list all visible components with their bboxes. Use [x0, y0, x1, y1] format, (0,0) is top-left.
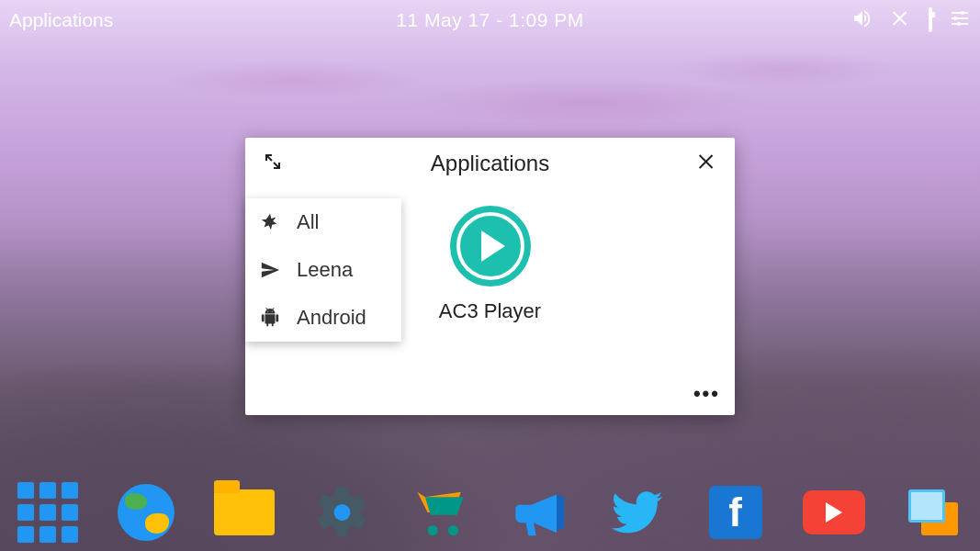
window-header: Applications — [245, 138, 735, 189]
play-circle-icon — [450, 206, 531, 287]
dock-twitter[interactable] — [606, 481, 668, 544]
dismiss-icon[interactable] — [890, 7, 912, 34]
filter-label: All — [297, 210, 319, 234]
app-label: AC3 Player — [439, 299, 541, 323]
volume-icon[interactable] — [851, 7, 873, 34]
cart-icon — [410, 481, 471, 544]
top-status-bar: Applications 11 May 17 - 1:09 PM — [0, 0, 980, 40]
applications-menu[interactable]: Applications — [9, 9, 113, 31]
filter-all[interactable]: All — [245, 198, 401, 246]
asterisk-icon — [260, 212, 280, 232]
facebook-icon: f — [709, 486, 762, 539]
send-icon — [260, 260, 280, 280]
filter-label: Android — [297, 306, 366, 330]
dock-browser[interactable] — [115, 481, 176, 544]
filter-leena[interactable]: Leena — [245, 246, 401, 294]
dock-facebook[interactable]: f — [704, 481, 766, 544]
status-tray — [851, 7, 971, 34]
battery-icon[interactable] — [929, 9, 932, 31]
fullscreen-icon[interactable] — [262, 151, 284, 176]
dock-announcements[interactable] — [508, 481, 569, 544]
dock-app-grid[interactable] — [17, 481, 78, 544]
dock-files[interactable] — [213, 481, 275, 544]
dock-multitask[interactable] — [902, 481, 963, 544]
screens-icon — [908, 489, 958, 535]
app-ac3-player[interactable]: AC3 Player — [439, 206, 541, 323]
category-dropdown: All Leena Android — [245, 198, 401, 342]
globe-icon — [118, 484, 175, 541]
sky-clouds — [0, 37, 980, 147]
gear-icon — [311, 481, 373, 544]
folder-icon — [214, 489, 275, 535]
more-icon[interactable]: ••• — [693, 382, 720, 406]
dock-settings[interactable] — [311, 481, 373, 544]
window-body: All Leena Android AC3 Player ••• — [245, 189, 735, 415]
dock-store[interactable] — [410, 481, 471, 544]
grid-icon — [17, 482, 78, 543]
svg-point-0 — [957, 22, 961, 26]
settings-sliders-icon[interactable] — [949, 7, 971, 34]
dock: f — [0, 474, 980, 551]
android-icon — [260, 308, 280, 328]
svg-point-2 — [961, 11, 964, 15]
clock-datetime: 11 May 17 - 1:09 PM — [396, 9, 583, 31]
window-title: Applications — [431, 151, 549, 176]
svg-point-3 — [334, 504, 351, 521]
filter-android[interactable]: Android — [245, 294, 401, 342]
twitter-icon — [606, 481, 668, 544]
youtube-icon — [803, 490, 865, 534]
dock-youtube[interactable] — [803, 481, 865, 544]
svg-point-1 — [953, 17, 957, 20]
close-icon[interactable] — [696, 151, 718, 176]
applications-window: Applications All Leena Android — [245, 138, 735, 415]
filter-label: Leena — [297, 258, 353, 282]
bullhorn-icon — [508, 481, 569, 544]
